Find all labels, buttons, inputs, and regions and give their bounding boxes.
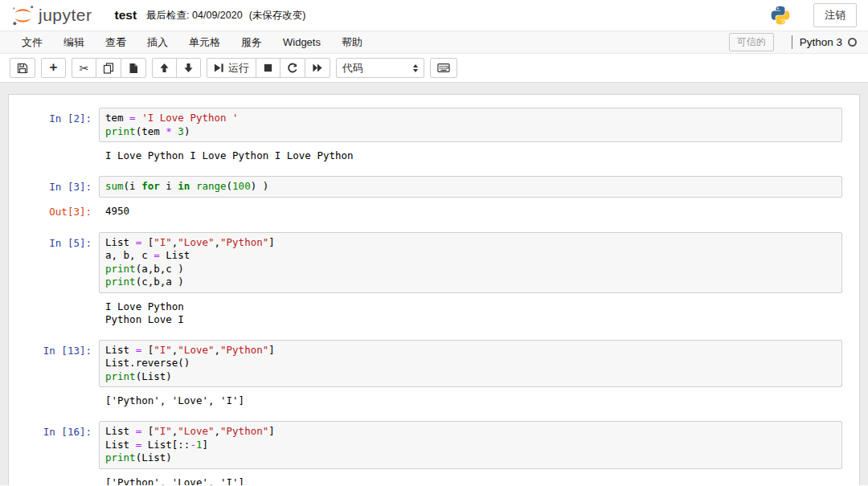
menu-item-kernel[interactable]: 服务 [231, 31, 272, 53]
cell-output-row: I Love Python Python Love I [9, 297, 859, 326]
cell-type-value: 代码 [342, 61, 363, 76]
code-editor[interactable]: List = ["I","Love","Python"]List.reverse… [99, 340, 842, 388]
notebook-title[interactable]: test [115, 8, 137, 22]
code-line: tem = 'I Love Python ' [105, 112, 836, 125]
output-text: ['Python', 'Love', 'I'] [99, 391, 859, 407]
code-cell: In [3]:sum(i for i in range(100) )Out[3]… [9, 173, 859, 222]
move-cell-down-button[interactable] [176, 58, 201, 78]
cell-input-row: In [13]:List = ["I","Love","Python"]List… [9, 340, 859, 388]
menu-item-view[interactable]: 查看 [95, 31, 137, 53]
output-prompt [9, 473, 99, 486]
notebook-scroll-area[interactable]: In [2]:tem = 'I Love Python 'print(tem *… [0, 83, 868, 485]
run-icon [214, 63, 224, 73]
run-cell-button[interactable]: 运行 [207, 58, 256, 78]
jupyter-logo[interactable]: jupyter [10, 4, 92, 27]
code-cell: In [16]:List = ["I","Love","Python"]List… [9, 418, 859, 485]
restart-run-all-icon [312, 63, 323, 73]
output-prompt [9, 146, 99, 162]
add-cell-icon: + [50, 60, 58, 74]
input-prompt: In [5]: [9, 232, 99, 293]
cell-input-row: In [5]:List = ["I","Love","Python"]a, b,… [9, 232, 859, 293]
code-cell: In [13]:List = ["I","Love","Python"]List… [9, 337, 859, 411]
code-cell: In [2]:tem = 'I Love Python 'print(tem *… [9, 104, 859, 165]
copy-cell-button[interactable] [96, 58, 121, 78]
code-line: List.reverse() [105, 357, 836, 370]
output-prompt: Out[3]: [9, 202, 99, 218]
logout-button[interactable]: 注销 [813, 3, 857, 27]
output-text: 4950 [99, 202, 859, 218]
move-up-icon [159, 63, 170, 73]
command-palette-button[interactable] [430, 58, 457, 78]
restart-kernel-button[interactable] [280, 58, 305, 78]
cell-input-row: In [3]:sum(i for i in range(100) ) [9, 176, 859, 198]
code-line: List = ["I","Love","Python"] [105, 236, 836, 250]
code-editor[interactable]: List = ["I","Love","Python"]List = List[… [99, 421, 842, 469]
code-line: print(List) [105, 451, 836, 465]
notebook-container: In [2]:tem = 'I Love Python 'print(tem *… [8, 94, 860, 485]
kernel-separator [792, 35, 792, 49]
code-line: print(List) [105, 370, 836, 384]
restart-run-all-button[interactable] [305, 58, 330, 78]
add-cell-button[interactable]: + [41, 58, 66, 78]
paste-icon [128, 63, 139, 74]
menu-bar: 文件编辑查看插入单元格服务Widgets帮助 可信的 Python 3 [0, 31, 868, 54]
code-line: print(a,b,c ) [105, 263, 836, 276]
python-logo-icon [770, 5, 791, 26]
menu-item-help[interactable]: 帮助 [331, 31, 373, 53]
kernel-name: Python 3 [800, 36, 842, 48]
cut-icon: ✂ [80, 63, 89, 74]
input-prompt: In [3]: [9, 176, 99, 198]
move-cell-up-button[interactable] [152, 58, 177, 78]
code-line: print(c,b,a ) [105, 276, 836, 289]
code-line: print(tem * 3) [105, 125, 836, 139]
code-editor[interactable]: sum(i for i in range(100) ) [99, 176, 842, 198]
cell-output-row: ['Python', 'Love', 'I'] [9, 473, 859, 486]
copy-icon [103, 63, 114, 74]
cut-cell-button[interactable]: ✂ [72, 58, 96, 78]
restart-kernel-icon [287, 63, 298, 74]
cell-input-row: In [2]:tem = 'I Love Python 'print(tem *… [9, 108, 859, 142]
output-text: I Love Python Python Love I [99, 297, 859, 326]
menu-item-edit[interactable]: 编辑 [53, 31, 95, 53]
autosave-status: (未保存改变) [249, 9, 306, 22]
code-line: List = ["I","Love","Python"] [105, 344, 836, 357]
keyboard-icon [437, 63, 450, 73]
save-icon [17, 63, 28, 74]
output-prompt [9, 391, 99, 407]
menu-item-cell[interactable]: 单元格 [178, 31, 231, 53]
kernel-idle-icon [848, 38, 857, 47]
toolbar: + ✂ [0, 54, 868, 83]
code-line: List = List[::-1] [105, 439, 836, 452]
menu-item-widgets[interactable]: Widgets [272, 31, 331, 53]
output-text: I Love Python I Love Python I Love Pytho… [99, 146, 859, 162]
cell-output-row: Out[3]:4950 [9, 202, 859, 218]
menu-items: 文件编辑查看插入单元格服务Widgets帮助 [11, 31, 373, 53]
code-line: a, b, c = List [105, 249, 836, 263]
input-prompt: In [13]: [9, 340, 99, 388]
code-editor[interactable]: List = ["I","Love","Python"]a, b, c = Li… [99, 232, 842, 293]
output-prompt [9, 297, 99, 326]
input-prompt: In [2]: [9, 108, 99, 142]
paste-cell-button[interactable] [121, 58, 146, 78]
input-prompt: In [16]: [9, 421, 99, 469]
menu-item-file[interactable]: 文件 [11, 31, 53, 53]
cell-output-row: ['Python', 'Love', 'I'] [9, 391, 859, 407]
checkpoint-status: 最后检查: 04/09/2020 [146, 9, 243, 22]
code-editor[interactable]: tem = 'I Love Python 'print(tem * 3) [99, 108, 842, 142]
trusted-badge[interactable]: 可信的 [729, 33, 774, 51]
cell-type-dropdown[interactable]: 代码 [336, 58, 424, 78]
move-down-icon [183, 63, 194, 73]
code-cell: In [5]:List = ["I","Love","Python"]a, b,… [9, 229, 859, 329]
run-button-label: 运行 [228, 61, 249, 76]
notebook-cells: In [2]:tem = 'I Love Python 'print(tem *… [9, 104, 859, 485]
dropdown-arrows-icon [413, 64, 418, 72]
save-button[interactable] [10, 58, 35, 78]
jupyter-logo-icon [10, 4, 36, 27]
code-line: sum(i for i in range(100) ) [105, 180, 836, 194]
code-line: List = ["I","Love","Python"] [105, 425, 836, 439]
output-text: ['Python', 'Love', 'I'] [99, 473, 859, 486]
cell-input-row: In [16]:List = ["I","Love","Python"]List… [9, 421, 859, 469]
interrupt-kernel-button[interactable] [256, 58, 280, 78]
notebook-header: jupyter test 最后检查: 04/09/2020 (未保存改变) 注销 [0, 0, 868, 31]
menu-item-insert[interactable]: 插入 [137, 31, 178, 53]
